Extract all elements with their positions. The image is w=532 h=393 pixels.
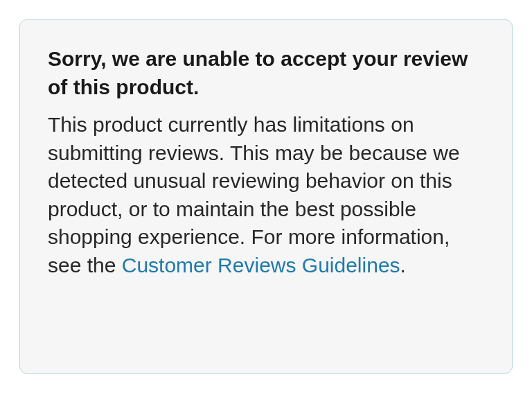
alert-body-suffix: .	[400, 254, 406, 277]
alert-body: This product currently has limitations o…	[48, 111, 484, 279]
customer-reviews-guidelines-link[interactable]: Customer Reviews Guidelines	[122, 254, 400, 277]
alert-body-text: This product currently has limitations o…	[48, 113, 460, 277]
review-rejected-alert: Sorry, we are unable to accept your revi…	[19, 19, 513, 374]
alert-heading: Sorry, we are unable to accept your revi…	[48, 45, 484, 101]
